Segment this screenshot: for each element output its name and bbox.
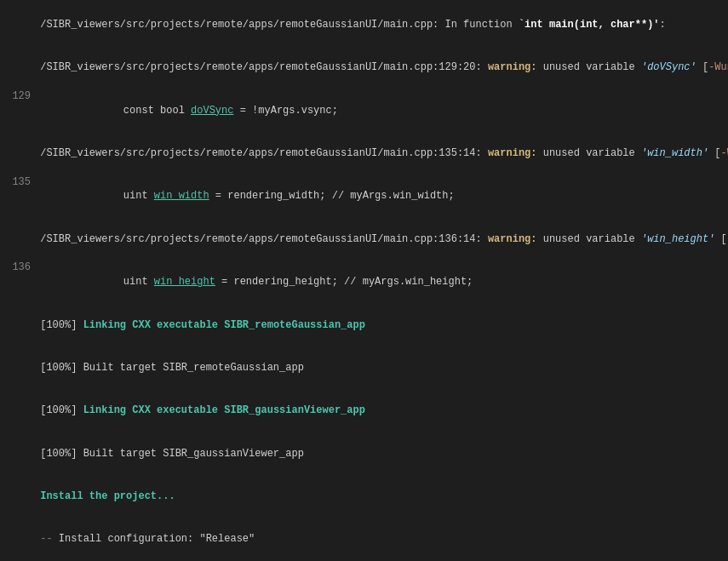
warning-line-dovsync: /SIBR_viewers/src/projects/remote/apps/r… [0, 46, 728, 89]
warning-context-line: /SIBR_viewers/src/projects/remote/apps/r… [0, 3, 728, 46]
terminal-output: /SIBR_viewers/src/projects/remote/apps/r… [0, 0, 728, 561]
code-line-136: 136 uint win_height = rendering_height; … [0, 260, 728, 303]
linking-line-gaussian: [100%] Linking CXX executable SIBR_gauss… [0, 390, 728, 432]
warning-line-winheight: /SIBR_viewers/src/projects/remote/apps/r… [0, 218, 728, 260]
built-line-remote: [100%] Built target SIBR_remoteGaussian_… [0, 346, 728, 389]
warning-line-winwidth: /SIBR_viewers/src/projects/remote/apps/r… [0, 132, 728, 175]
built-line-gaussian: [100%] Built target SIBR_gaussianViewer_… [0, 432, 728, 475]
linking-line-remote: [100%] Linking CXX executable SIBR_remot… [0, 304, 728, 346]
install-config-line: -- Install configuration: "Release" [0, 518, 728, 561]
code-line-135: 135 uint win_width = rendering_width; //… [0, 175, 728, 218]
install-header-line: Install the project... [0, 475, 728, 518]
code-line-129: 129 const bool doVSync = !myArgs.vsync; [0, 89, 728, 132]
